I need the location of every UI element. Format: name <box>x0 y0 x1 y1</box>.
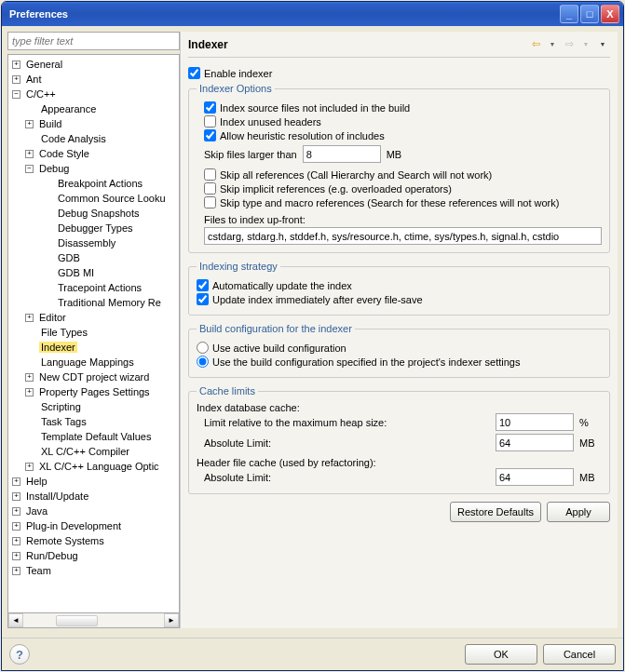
expand-icon[interactable]: + <box>12 552 20 560</box>
expand-icon[interactable]: + <box>25 373 34 382</box>
tree-item-ant[interactable]: +Ant <box>8 72 179 87</box>
expand-icon[interactable]: + <box>25 150 34 158</box>
header-absolute-label: Absolute Limit: <box>204 472 490 483</box>
expand-icon[interactable]: + <box>12 567 20 575</box>
skip-all-refs-checkbox[interactable] <box>204 168 216 181</box>
back-dropdown-icon[interactable]: ▼ <box>545 37 560 52</box>
help-icon[interactable]: ? <box>9 644 30 665</box>
tree-item-property-pages[interactable]: +Property Pages Settings <box>8 384 179 399</box>
expand-icon[interactable]: + <box>25 120 34 128</box>
tree-item-gdb[interactable]: GDB <box>8 250 179 265</box>
ok-button[interactable]: OK <box>465 644 537 665</box>
collapse-icon[interactable]: − <box>25 165 34 173</box>
tree-item-language-mappings[interactable]: Language Mappings <box>8 355 179 370</box>
tree-item-template-defaults[interactable]: Template Default Values <box>8 429 179 444</box>
tree-item-run-debug[interactable]: +Run/Debug <box>8 548 179 563</box>
cache-relative-input[interactable] <box>496 413 574 431</box>
tree-item-xl-compiler[interactable]: XL C/C++ Compiler <box>8 444 179 459</box>
tree-item-ccpp[interactable]: −C/C++ <box>8 87 179 101</box>
expand-icon[interactable]: + <box>12 60 20 69</box>
tree-item-tracepoint-actions[interactable]: Tracepoint Actions <box>8 280 179 295</box>
use-specified-radio[interactable] <box>197 356 209 368</box>
files-upfront-input[interactable] <box>204 227 602 245</box>
index-unused-checkbox[interactable] <box>204 115 216 128</box>
tree-item-traditional-memory[interactable]: Traditional Memory Re <box>8 295 179 310</box>
cache-absolute-label: Absolute Limit: <box>204 437 490 449</box>
forward-dropdown-icon[interactable]: ▼ <box>578 37 593 52</box>
tree-item-java[interactable]: +Java <box>8 504 179 518</box>
index-db-cache-label: Index database cache: <box>197 402 602 413</box>
expand-icon[interactable]: + <box>12 477 20 486</box>
page-content: Enable indexer Indexer Options Index sou… <box>188 58 610 625</box>
tree-item-build[interactable]: +Build <box>8 116 179 131</box>
index-not-in-build-checkbox[interactable] <box>204 101 216 114</box>
expand-icon[interactable]: + <box>12 537 20 545</box>
tree-item-new-cdt[interactable]: +New CDT project wizard <box>8 370 179 384</box>
restore-defaults-button[interactable]: Restore Defaults <box>450 502 541 522</box>
tree-item-indexer[interactable]: Indexer <box>8 340 179 355</box>
tree-item-debug[interactable]: −Debug <box>8 161 179 176</box>
tree-item-scripting[interactable]: Scripting <box>8 399 179 414</box>
cache-absolute-input[interactable] <box>496 434 574 451</box>
cache-relative-unit: % <box>579 417 602 428</box>
enable-indexer-checkbox[interactable] <box>188 67 200 79</box>
tree-item-gdb-mi[interactable]: GDB MI <box>8 265 179 280</box>
tree-item-common-source[interactable]: Common Source Looku <box>8 191 179 206</box>
skip-larger-unit: MB <box>387 149 402 160</box>
skip-larger-input[interactable] <box>303 145 381 163</box>
tree-item-breakpoint-actions[interactable]: Breakpoint Actions <box>8 176 179 191</box>
tree-item-editor[interactable]: +Editor <box>8 310 179 325</box>
tree-item-remote[interactable]: +Remote Systems <box>8 533 179 548</box>
back-arrow-icon[interactable]: ⇦ <box>528 37 543 52</box>
collapse-icon[interactable]: − <box>12 90 20 99</box>
build-config-group: Build configuration for the indexer Use … <box>188 323 610 378</box>
tree-item-debug-snapshots[interactable]: Debug Snapshots <box>8 206 179 221</box>
build-config-legend: Build configuration for the indexer <box>197 323 355 334</box>
minimize-button[interactable]: _ <box>560 5 578 23</box>
expand-icon[interactable]: + <box>12 522 20 531</box>
heuristic-checkbox[interactable] <box>204 129 216 141</box>
header-absolute-input[interactable] <box>496 468 574 486</box>
tree-item-plugin-dev[interactable]: +Plug-in Development <box>8 518 179 533</box>
page-title: Indexer <box>188 38 526 51</box>
tree-item-code-analysis[interactable]: Code Analysis <box>8 131 179 146</box>
cancel-button[interactable]: Cancel <box>543 644 616 665</box>
maximize-button[interactable]: □ <box>580 5 599 23</box>
expand-icon[interactable]: + <box>12 507 20 516</box>
expand-icon[interactable]: + <box>25 463 34 471</box>
tree-item-team[interactable]: +Team <box>8 563 179 578</box>
tree-item-appearance[interactable]: Appearance <box>8 101 179 116</box>
tree-item-code-style[interactable]: +Code Style <box>8 146 179 161</box>
use-active-radio[interactable] <box>197 342 209 354</box>
menu-dropdown-icon[interactable]: ▼ <box>595 37 610 52</box>
tree-item-help[interactable]: +Help <box>8 474 179 489</box>
update-on-save-checkbox[interactable] <box>197 293 209 305</box>
tree-item-xl-lang[interactable]: +XL C/C++ Language Optic <box>8 459 179 474</box>
use-active-label: Use active build configuration <box>212 343 346 354</box>
skip-type-macro-checkbox[interactable] <box>204 196 216 208</box>
expand-icon[interactable]: + <box>12 492 20 501</box>
expand-icon[interactable]: + <box>25 314 34 322</box>
tree-item-task-tags[interactable]: Task Tags <box>8 414 179 429</box>
tree-item-general[interactable]: +General <box>8 57 179 72</box>
tree-item-file-types[interactable]: File Types <box>8 325 179 340</box>
tree-item-disassembly[interactable]: Disassembly <box>8 235 179 250</box>
close-button[interactable]: X <box>601 5 619 23</box>
tree-item-install[interactable]: +Install/Update <box>8 489 179 504</box>
apply-button[interactable]: Apply <box>547 502 610 522</box>
horizontal-scrollbar[interactable]: ◄ ► <box>7 613 180 628</box>
scroll-thumb[interactable] <box>56 615 98 626</box>
auto-update-checkbox[interactable] <box>197 279 209 291</box>
expand-icon[interactable]: + <box>25 388 34 396</box>
forward-arrow-icon[interactable]: ⇨ <box>562 37 577 52</box>
skip-implicit-checkbox[interactable] <box>204 182 216 195</box>
index-not-in-build-label: Index source files not included in the b… <box>220 102 410 114</box>
tree-item-debugger-types[interactable]: Debugger Types <box>8 221 179 235</box>
scroll-right-icon[interactable]: ► <box>164 613 179 627</box>
indexing-strategy-legend: Indexing strategy <box>197 261 280 272</box>
preference-tree[interactable]: +General +Ant −C/C++ Appearance +Build C… <box>7 54 180 613</box>
scroll-left-icon[interactable]: ◄ <box>8 613 23 627</box>
expand-icon[interactable]: + <box>12 75 20 84</box>
titlebar[interactable]: Preferences _ □ X <box>2 2 623 26</box>
filter-input[interactable] <box>7 32 180 50</box>
